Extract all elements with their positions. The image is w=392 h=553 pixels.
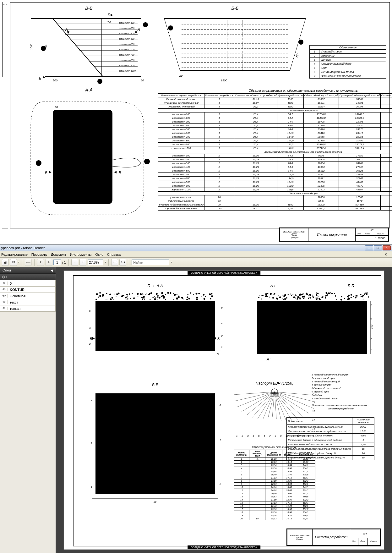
svg-point-191 bbox=[186, 294, 186, 294]
svg-line-431 bbox=[242, 392, 275, 412]
layer-row[interactable]: 👁0 bbox=[0, 280, 56, 287]
visibility-toggle-icon[interactable]: 👁 bbox=[0, 288, 8, 291]
svg-point-162 bbox=[205, 296, 206, 297]
svg-point-184 bbox=[141, 293, 143, 295]
svg-line-425 bbox=[272, 392, 275, 417]
menu-help[interactable]: Справка bbox=[107, 253, 121, 256]
layer-row[interactable]: 👁KONTUR bbox=[0, 287, 56, 293]
title-block-top: Изм Лист №докум Подп ДатаРазраб.Проверил… bbox=[279, 227, 389, 242]
window-title-bar[interactable]: урсовач.pdf - Adobe Reader — ❐ ✕ bbox=[0, 244, 392, 251]
svg-point-126 bbox=[211, 295, 213, 297]
svg-text:20: 20 bbox=[54, 106, 58, 109]
svg-point-346 bbox=[325, 297, 326, 299]
svg-point-351 bbox=[297, 298, 298, 299]
svg-point-321 bbox=[318, 298, 320, 300]
svg-text:А: А bbox=[65, 27, 68, 32]
layer-row[interactable]: 👁Основная bbox=[0, 293, 56, 299]
svg-marker-89 bbox=[49, 171, 52, 173]
svg-point-177 bbox=[176, 298, 177, 298]
svg-text:15°: 15° bbox=[295, 53, 299, 58]
page-down-button[interactable]: ⬇ bbox=[45, 259, 52, 266]
section-bb-title: В-В bbox=[21, 6, 156, 11]
find-input[interactable] bbox=[132, 260, 169, 265]
menu-window[interactable]: Окно bbox=[95, 253, 103, 256]
svg-point-324 bbox=[355, 297, 356, 298]
zoom-in-button[interactable]: + bbox=[79, 259, 86, 266]
fit-page-button[interactable]: ▭ bbox=[111, 259, 118, 266]
svg-point-278 bbox=[288, 294, 289, 295]
svg-text:горизонт=-400: горизонт=-400 bbox=[119, 38, 134, 40]
visibility-toggle-icon[interactable]: 👁 bbox=[0, 282, 8, 285]
svg-text:7: 7 bbox=[91, 399, 92, 402]
menu-document[interactable]: Документ bbox=[51, 253, 66, 256]
window-close-button[interactable]: ✕ bbox=[383, 245, 391, 250]
zoom-dropdown-icon[interactable]: ▾ bbox=[105, 261, 106, 264]
section-6b-title: Б-Б bbox=[161, 6, 309, 11]
fit-width-button[interactable]: ⟷ bbox=[119, 259, 126, 266]
page-up-button[interactable]: ⬆ bbox=[37, 259, 44, 266]
visibility-toggle-icon[interactable]: 👁 bbox=[0, 307, 8, 310]
svg-text:8: 8 bbox=[221, 306, 223, 309]
svg-marker-43 bbox=[43, 76, 45, 79]
svg-text:горизонт=-200: горизонт=-200 bbox=[119, 27, 134, 30]
title-block-bottom: Изм Лист №док ПодпРазраб.Провер. Система… bbox=[286, 528, 381, 546]
svg-text:В: В bbox=[90, 337, 92, 341]
layer-row[interactable]: 👁текст bbox=[0, 299, 56, 305]
minimize-button[interactable]: — bbox=[365, 245, 373, 250]
svg-point-111 bbox=[198, 293, 200, 294]
svg-point-316 bbox=[348, 297, 349, 298]
svg-text:4: 4 bbox=[146, 160, 147, 163]
svg-point-244 bbox=[292, 294, 293, 295]
menu-tools[interactable]: Инструменты bbox=[70, 253, 92, 256]
svg-rect-68 bbox=[56, 114, 109, 117]
svg-point-284 bbox=[279, 296, 281, 298]
svg-point-116 bbox=[161, 292, 163, 294]
prev-view-button[interactable]: ⟸ bbox=[25, 259, 32, 266]
svg-point-328 bbox=[270, 293, 271, 294]
gear-dropdown-icon[interactable]: ▾ bbox=[6, 276, 7, 278]
menu-bar: Редактирование Просмотр Документ Инструм… bbox=[0, 251, 392, 258]
svg-point-334 bbox=[309, 294, 311, 296]
maximize-button[interactable]: ❐ bbox=[374, 245, 382, 250]
visibility-toggle-icon[interactable]: 👁 bbox=[0, 294, 8, 298]
svg-text:3: 3 bbox=[370, 303, 372, 306]
print-button[interactable]: 🖨 bbox=[2, 259, 9, 266]
svg-point-113 bbox=[98, 297, 99, 298]
layers-toolbar: ⚙ ▾ bbox=[0, 273, 56, 280]
svg-rect-83 bbox=[56, 194, 109, 197]
dropdown-arrow-icon[interactable]: ▾ bbox=[18, 261, 19, 264]
gear-icon[interactable]: ⚙ bbox=[2, 275, 5, 279]
zoom-out-button[interactable]: − bbox=[71, 259, 78, 266]
document-viewport[interactable]: СОЗДАНО УЧЕБНОЙ ВЕРСИЕЙ ПРОДУКТА AUTODES… bbox=[56, 267, 392, 553]
collapse-icon[interactable]: ◀ bbox=[51, 269, 53, 272]
horizon-lines: горизонт=-100горизонт=-200горизонт=-300г… bbox=[56, 22, 138, 72]
svg-point-137 bbox=[138, 296, 138, 297]
svg-point-132 bbox=[167, 292, 169, 294]
svg-text:А ↑: А ↑ bbox=[266, 357, 272, 361]
svg-text:100: 100 bbox=[370, 325, 373, 329]
page-number-input[interactable] bbox=[53, 260, 61, 265]
layers-panel-header[interactable]: Слои ◀ bbox=[0, 267, 56, 273]
menu-edit[interactable]: Редактирование bbox=[1, 253, 28, 256]
email-button[interactable]: ✉ bbox=[10, 259, 17, 266]
legend-bottom: 1-полевой откаточный штрек2-откаточный о… bbox=[312, 373, 370, 411]
svg-text:60: 60 bbox=[141, 79, 144, 82]
svg-point-355 bbox=[336, 299, 337, 300]
autodesk-watermark-top: СОЗДАНО УЧЕБНОЙ ВЕРСИЕЙ ПРОДУКТА AUTODES… bbox=[188, 271, 260, 275]
svg-point-141 bbox=[137, 293, 139, 295]
svg-rect-221 bbox=[152, 305, 154, 323]
layer-row[interactable]: 👁тонкая bbox=[0, 305, 56, 312]
find-dropdown-icon[interactable]: ▾ bbox=[171, 261, 172, 264]
zoom-input[interactable] bbox=[88, 260, 103, 265]
svg-rect-70 bbox=[56, 125, 109, 128]
svg-point-205 bbox=[121, 295, 122, 297]
svg-line-47 bbox=[290, 19, 306, 70]
svg-point-154 bbox=[158, 299, 158, 300]
svg-rect-77 bbox=[56, 162, 109, 165]
svg-point-155 bbox=[132, 293, 133, 294]
svg-text:Б: Б bbox=[108, 13, 110, 17]
svg-point-267 bbox=[291, 295, 292, 296]
document-close-button[interactable]: × bbox=[385, 252, 387, 257]
visibility-toggle-icon[interactable]: 👁 bbox=[0, 300, 8, 304]
menu-view[interactable]: Просмотр bbox=[31, 253, 47, 256]
